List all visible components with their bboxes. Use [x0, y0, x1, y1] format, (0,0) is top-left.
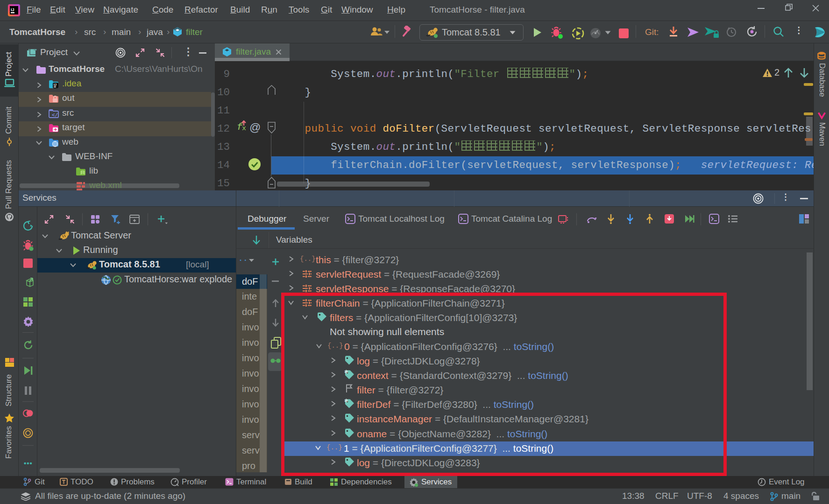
svg-text:IJ: IJ: [54, 83, 57, 86]
svg-text:IJ: IJ: [11, 7, 14, 12]
svg-text:</>: </>: [52, 112, 59, 118]
